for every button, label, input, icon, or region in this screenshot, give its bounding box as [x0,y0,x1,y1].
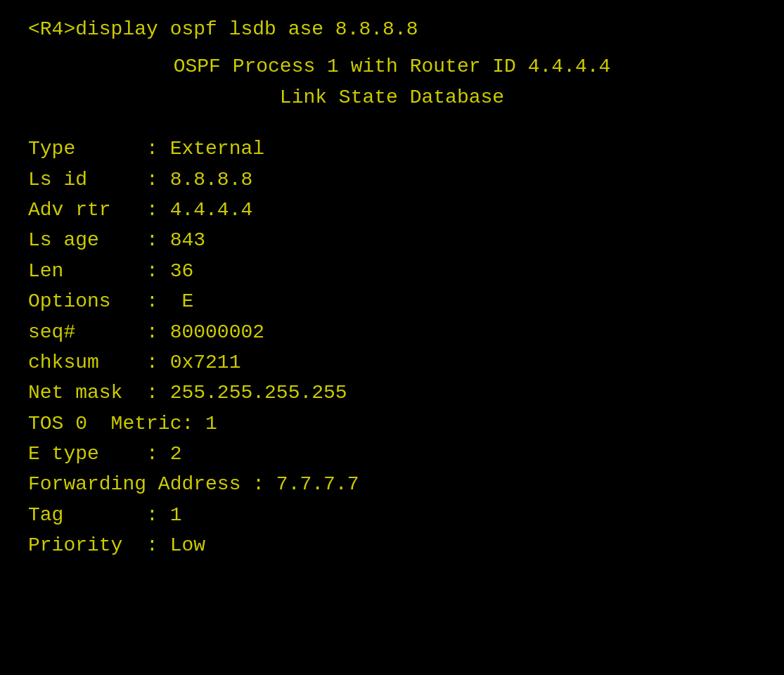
field-line: TOS 0 Metric: 1 [28,409,756,439]
field-line: Adv rtr : 4.4.4.4 [28,195,756,225]
field-line: E type : 2 [28,439,756,469]
command-text: <R4>display ospf lsdb ase 8.8.8.8 [28,18,418,40]
field-line: Tag : 1 [28,500,756,530]
field-line: Forwarding Address : 7.7.7.7 [28,469,756,499]
field-line: Options : E [28,286,756,316]
terminal-window: <R4>display ospf lsdb ase 8.8.8.8 OSPF P… [0,0,784,675]
field-line: chksum : 0x7211 [28,347,756,378]
field-line: Len : 36 [28,256,756,286]
header-line1: OSPF Process 1 with Router ID 4.4.4.4 [28,51,756,82]
field-line: Priority : Low [28,530,756,560]
fields-block: Type : ExternalLs id : 8.8.8.8Adv rtr : … [28,134,756,560]
field-line: Ls age : 843 [28,225,756,255]
command-line: <R4>display ospf lsdb ase 8.8.8.8 [28,14,756,44]
field-line: Type : External [28,134,756,164]
field-line: Ls id : 8.8.8.8 [28,165,756,195]
field-line: seq# : 80000002 [28,317,756,347]
header-line2: Link State Database [28,82,756,112]
header-block: OSPF Process 1 with Router ID 4.4.4.4 Li… [28,51,756,112]
field-line: Net mask : 255.255.255.255 [28,378,756,408]
